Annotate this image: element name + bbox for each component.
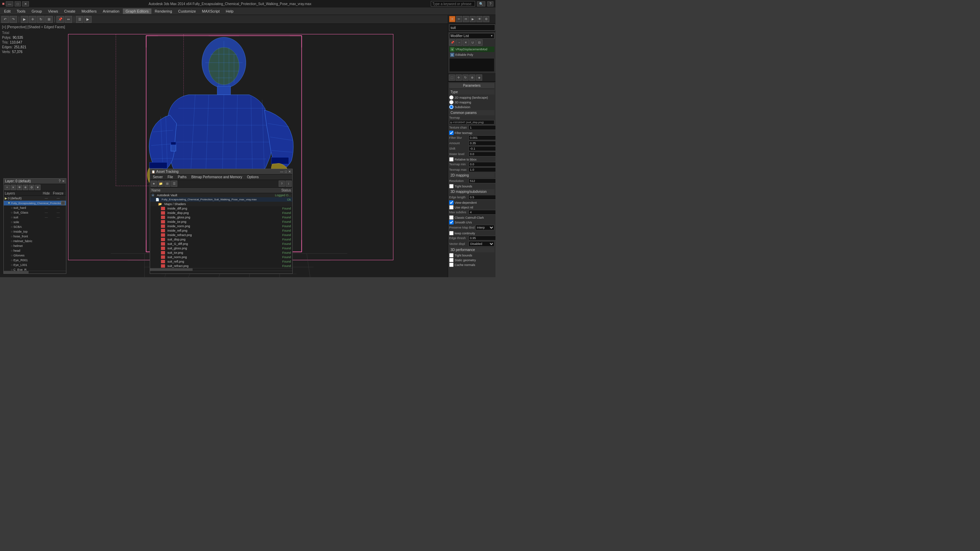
layer-item-helmet[interactable]: ○ helmet [4,243,66,248]
layer-item-head[interactable]: ○ head [4,248,66,253]
asset-item-suit-refract[interactable]: suit_refract.png Found [150,264,292,268]
layer-item-eye-r001[interactable]: ○ Eye_R001 [4,258,66,263]
asset-item-suit-ior[interactable]: suit_ior.png Found [150,250,292,255]
layer-item-suit-hard[interactable]: ○ suit_hard — — [4,205,66,210]
layer-item-c-eye-r[interactable]: ○ C_Eye_R [4,267,66,271]
asset-table-btn[interactable]: ☰ [171,181,177,187]
rp-move-icon[interactable]: ✛ [456,75,462,81]
texmap-max-input[interactable] [469,167,495,172]
expand-btn[interactable]: ▼ [35,185,40,190]
rp-scale-icon[interactable]: ⊕ [469,75,476,81]
search-button[interactable]: 🔍 [477,2,485,6]
radio-2d-mapping[interactable]: 2D mapping (landscape) [449,95,495,100]
smooth-uv-row[interactable]: Smooth UVs [449,220,495,224]
asset-item-inside-disp[interactable]: inside_disp.png Found [150,211,292,215]
layer-item-suit-glass[interactable]: ○ Suit_Glass — — [4,210,66,215]
rel-bbox-check[interactable] [449,157,453,162]
menu-edit[interactable]: Edit [2,8,13,14]
render-btn[interactable]: ▶ [84,16,92,23]
asset-item-suit-disp[interactable]: suit_disp.png Found [150,237,292,241]
asset-item-suit-g-diff[interactable]: suit_G_diff.png Found [150,241,292,246]
menu-animation[interactable]: Animation [100,8,122,14]
tight-bounds-row-1[interactable]: Tight bounds [449,184,495,189]
layers-close-btn[interactable]: ✕ [62,179,65,183]
layer-item-hose[interactable]: ○ hose_front [4,234,66,239]
menu-tools[interactable]: Tools [14,8,28,14]
asset-item-inside-refract[interactable]: inside_refract.png Found [150,233,292,237]
keep-continuity-check[interactable] [449,231,453,235]
layer-item-eye-l001[interactable]: ○ Eye_L001 [4,263,66,267]
stack-select-btn[interactable]: → [456,40,462,46]
rp-icon-motion[interactable]: ▶ [469,16,476,22]
asset-menu-server[interactable]: Server [151,175,165,179]
classic-cr-row[interactable]: Classic Catmull-Clark [449,215,495,220]
modifier-search-input[interactable] [449,24,495,30]
asset-folder-maps[interactable]: 📂 Maps / Shaders [150,202,292,206]
layer-item-suit[interactable]: ▼ Fully_Encapsulating_Chemical_Protectio… [4,201,66,205]
viewport-canvas[interactable]: [+] [Perspective] [Shaded + Edged Faces]… [0,24,448,277]
asset-folder-btn[interactable]: 📁 [158,181,164,187]
delete-layer-btn[interactable]: ✕ [11,185,16,190]
tight-bounds-check-2[interactable] [449,253,453,257]
menu-maxscript[interactable]: MAXScript [199,8,223,14]
texmap-value[interactable]: ip #1018347 (suit_disp.png) [449,120,495,124]
preserve-map-bnd-select[interactable]: Interp [476,225,495,230]
static-geometry-row[interactable]: Static geometry [449,258,495,262]
layer-item-gloves[interactable]: ○ Glovves [4,253,66,258]
asset-item-inside-gloss[interactable]: inside_gloss.png Found [150,215,292,219]
rp-icon-utilities[interactable]: ⚙ [483,16,489,22]
smooth-uv-check[interactable] [449,220,453,224]
asset-item-maxfile[interactable]: 📄 Fully_Encapsulating_Chemical_Protectio… [150,197,292,202]
rel-bbox-row[interactable]: Relative to bbox [449,157,495,162]
menu-group[interactable]: Group [29,8,45,14]
mirror-btn[interactable]: ⇔ [65,16,72,23]
menu-rendering[interactable]: Rendering [152,8,175,14]
remove-mod-btn[interactable]: ✕ [463,40,469,46]
rotate-btn[interactable]: ↻ [37,16,45,23]
layer-item-scba[interactable]: ○ SCBA [4,224,66,229]
global-search-input[interactable] [431,1,475,6]
make-unique-btn[interactable]: U [469,40,476,46]
menu-graph-editors[interactable]: Graph Editors [123,8,151,14]
rp-rotate-icon[interactable]: ↻ [463,75,469,81]
tight-bounds-row-2[interactable]: Tight bounds [449,253,495,257]
radio-3d-mapping-input[interactable] [449,100,453,105]
use-object-ntl-check[interactable] [449,205,453,210]
rp-icon-modify[interactable]: ✏ [456,16,462,22]
vector-displ-select[interactable]: Disabled [469,241,495,246]
use-object-ntl-row[interactable]: Use object ntl [449,205,495,210]
layer-item-suit2[interactable]: ○ suit — — [4,215,66,220]
menu-create[interactable]: Create [61,8,78,14]
rp-icon-sun[interactable]: ☀ [449,16,455,22]
asset-item-inside-diff[interactable]: inside_diff.png Found [150,206,292,211]
amount-input[interactable] [469,141,495,146]
rp-select-icon[interactable]: ⬚ [449,75,455,81]
asset-help-btn[interactable]: ? [279,181,285,187]
redo-btn[interactable]: ↷ [10,16,17,23]
radio-subdivision-input[interactable] [449,105,453,109]
asset-menu-paths[interactable]: Paths [176,175,189,179]
modifier-item-vray[interactable]: V VRayDisplacementMod [449,47,495,52]
tight-bounds-check-1[interactable] [449,184,453,189]
edge-thresh-input[interactable] [469,236,495,240]
select-btn[interactable]: ▶ [21,16,28,23]
radio-subdivision[interactable]: Subdivision [449,105,495,109]
freeze-all-btn[interactable]: ❄ [23,185,28,190]
layers-scrollbar[interactable] [4,271,66,273]
rp-extra-icon[interactable]: ◈ [476,75,482,81]
asset-restore-btn[interactable]: □ [285,170,287,173]
static-geometry-check[interactable] [449,258,453,262]
collapse-all-btn[interactable]: ⊟ [476,40,482,46]
menu-views[interactable]: Views [45,8,60,14]
close-button[interactable]: ✕ [22,2,29,6]
asset-menu-file[interactable]: File [165,175,175,179]
move-btn[interactable]: ✛ [29,16,37,23]
hide-all-btn[interactable]: 👁 [17,185,22,190]
asset-item-inside-refl[interactable]: inside_refl.png Found [150,228,292,233]
rp-icon-display[interactable]: 👁 [476,16,482,22]
asset-item-suit-refl[interactable]: suit_refl.png Found [150,259,292,264]
asset-horizontal-scrollbar[interactable] [150,268,292,271]
resolution-input[interactable] [469,179,495,183]
cache-normals-check[interactable] [449,263,453,267]
max-subdivs-input[interactable] [469,210,495,214]
